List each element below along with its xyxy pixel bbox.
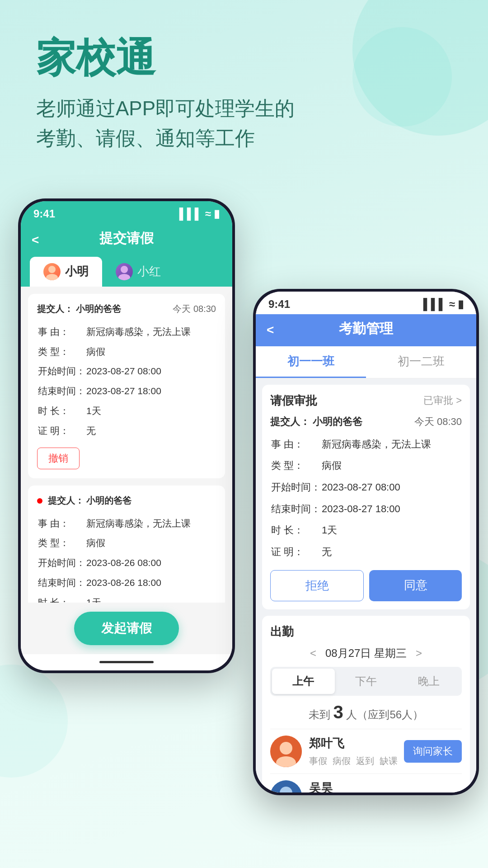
phone2-signal: ▌▌▌ ≈ ▮ (423, 298, 464, 311)
phone1-content: 提交人： 小明的爸爸 今天 08:30 事 由： 新冠病毒感染，无法上课 类 型… (21, 287, 232, 603)
approval-title: 请假审批 (270, 393, 317, 409)
card1-submitter: 提交人： 小明的爸爸 (37, 303, 121, 315)
current-date: 08月27日 星期三 (325, 646, 407, 660)
student2-info: 吴昊 事假 (309, 780, 462, 792)
student1-tag2: 病假 (333, 755, 351, 767)
student-row-2: 吴昊 事假 (270, 774, 462, 792)
contact-parent-button-1[interactable]: 询问家长 (404, 740, 462, 763)
svg-point-2 (121, 266, 128, 273)
student-row-1: 郑叶飞 事假 病假 返到 缺课 询问家长 (270, 729, 462, 774)
time-period-tabs: 上午 下午 晚上 (270, 667, 462, 696)
wifi-icon2: ≈ (449, 298, 455, 311)
approve-button[interactable]: 同意 (369, 570, 462, 601)
student1-tag4: 缺课 (380, 755, 398, 767)
student1-avatar (270, 736, 302, 767)
attendance-card: 出勤 < 08月27日 星期三 > 上午 下午 晚上 (262, 616, 470, 792)
attendance-title: 出勤 (270, 624, 462, 640)
morning-tab[interactable]: 上午 (272, 669, 335, 694)
absent-count-display: 未到 3 人（应到56人） (270, 702, 462, 722)
leave-card-1: 提交人： 小明的爸爸 今天 08:30 事 由： 新冠病毒感染，无法上课 类 型… (28, 294, 225, 478)
student1-info: 郑叶飞 事假 病假 返到 缺课 (309, 736, 404, 767)
card2-leave-info: 事 由： 新冠病毒感染，无法上课 类 型： 病假 开始时间： 2023-08-2… (37, 513, 192, 603)
next-date-button[interactable]: > (416, 647, 422, 660)
student2-name: 吴昊 (309, 780, 462, 792)
phone2-header: < 考勤管理 (256, 314, 476, 346)
app-subtitle: 老师通过APP即可处理学生的 考勤、请假、通知等工作 (36, 94, 452, 153)
rejected-dot (37, 498, 42, 504)
phone2-time: 9:41 (268, 298, 290, 311)
approval-submitter-name: 提交人： 小明的爸爸 (270, 415, 362, 429)
phone2-class-tabs: 初一一班 初一二班 (256, 346, 476, 378)
phone2-tab-class1[interactable]: 初一一班 (256, 346, 366, 378)
xiaohong-avatar (116, 263, 133, 280)
phone1-tabs: 小明 小红 (21, 257, 232, 287)
svg-point-1 (46, 274, 58, 280)
phone1-status-bar: 9:41 ▌▌▌ ≈ ▮ (21, 201, 232, 224)
approval-time: 今天 08:30 (414, 415, 462, 429)
phone1-time: 9:41 (33, 208, 55, 220)
evening-tab[interactable]: 晚上 (397, 669, 460, 694)
signal-icon2: ▌▌▌ (423, 298, 446, 311)
submit-leave-button[interactable]: 发起请假 (74, 612, 179, 645)
phone2-tab-class2[interactable]: 初一二班 (366, 346, 476, 378)
home-indicator (99, 661, 154, 663)
student1-tag1: 事假 (309, 755, 327, 767)
signal-icon: ▌▌▌ (179, 208, 202, 220)
student1-tags: 事假 病假 返到 缺课 (309, 755, 404, 767)
phone-submit-leave: 9:41 ▌▌▌ ≈ ▮ < 提交请假 (18, 198, 235, 673)
phone2-content: 请假审批 已审批 > 提交人： 小明的爸爸 今天 08:30 事 由： (256, 378, 476, 793)
approval-leave-info: 事 由： 新冠病毒感染，无法上课 类 型： 病假 开始时间： 2023-08-2… (270, 433, 432, 563)
wifi-icon: ≈ (205, 208, 211, 220)
phone1-tab-xiaohong[interactable]: 小红 (102, 257, 174, 287)
leave-card-2: 提交人： 小明的爸爸 事 由： 新冠病毒感染，无法上课 类 型： 病假 (28, 486, 225, 603)
approved-link[interactable]: 已审批 > (423, 394, 462, 407)
student2-avatar (270, 780, 302, 792)
reject-button[interactable]: 拒绝 (270, 570, 364, 601)
student1-tag3: 返到 (356, 755, 374, 767)
phone1-signal: ▌▌▌ ≈ ▮ (179, 208, 220, 220)
approval-card: 请假审批 已审批 > 提交人： 小明的爸爸 今天 08:30 事 由： (262, 385, 470, 610)
phone2-back-button[interactable]: < (267, 323, 274, 337)
card1-leave-info: 事 由： 新冠病毒感染，无法上课 类 型： 病假 开始时间： 2023-08-2… (37, 321, 192, 441)
student1-name: 郑叶飞 (309, 736, 404, 751)
app-title: 家校通 (36, 36, 452, 80)
phone2-page-title: 考勤管理 (339, 321, 393, 336)
phone1-header: < 提交请假 (21, 224, 232, 257)
svg-point-5 (280, 742, 292, 755)
svg-point-3 (118, 274, 130, 280)
afternoon-tab[interactable]: 下午 (335, 669, 398, 694)
phone1-page-title: 提交请假 (99, 231, 154, 245)
phone1-home-bar (21, 654, 232, 670)
phone2-status-bar: 9:41 ▌▌▌ ≈ ▮ (256, 292, 476, 314)
phone-attendance: 9:41 ▌▌▌ ≈ ▮ < 考勤管理 初一一班 初一二班 (253, 289, 479, 795)
card1-time: 今天 08:30 (173, 303, 216, 315)
battery-icon: ▮ (214, 208, 220, 220)
xiaoming-avatar (43, 263, 61, 280)
battery-icon2: ▮ (458, 298, 464, 311)
prev-date-button[interactable]: < (310, 647, 316, 660)
cancel-button[interactable]: 撤销 (37, 448, 80, 469)
tab2-label: 小红 (137, 264, 161, 279)
svg-point-0 (48, 266, 56, 273)
tab1-label: 小明 (65, 264, 89, 279)
phone1-back-button[interactable]: < (32, 233, 39, 247)
phone1-bottom: 发起请假 (21, 603, 232, 654)
card2-submitter: 提交人： 小明的爸爸 (37, 495, 131, 507)
date-navigation: < 08月27日 星期三 > (270, 646, 462, 660)
phone1-tab-xiaoming[interactable]: 小明 (30, 257, 102, 287)
approval-actions: 拒绝 同意 (270, 570, 462, 601)
